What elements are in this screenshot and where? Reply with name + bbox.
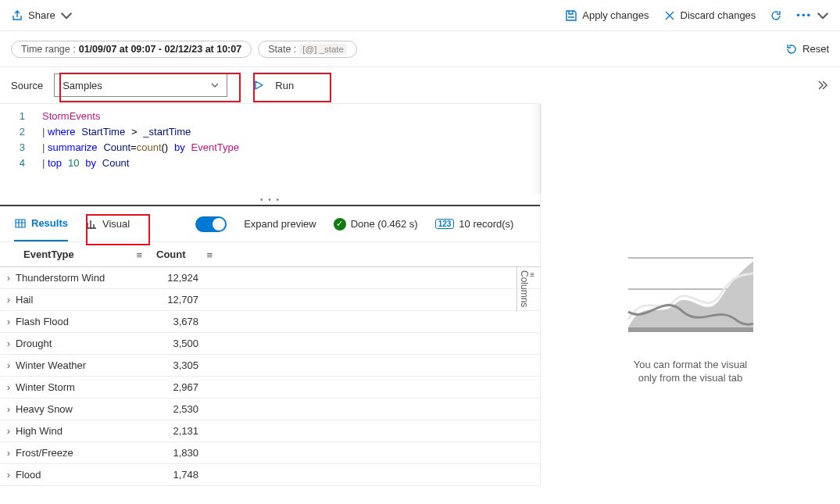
row-expander[interactable]: › [0,267,16,289]
row-expander[interactable]: › [0,399,16,420]
reset-label: Reset [802,43,829,55]
source-label: Source [11,80,43,91]
more-menu-button[interactable]: ••• [796,9,829,22]
cell-count: 2,530 [148,399,219,420]
cell-event: Thunderstorm Wind [16,267,148,289]
time-range-label: Time range : [21,44,76,55]
status-text: Done (0.462 s) [351,218,418,230]
row-expander[interactable]: › [0,289,16,311]
columns-label: Columns [519,270,530,307]
table-row[interactable]: ›Flash Flood3,678 [0,311,540,333]
time-range-filter[interactable]: Time range : 01/09/07 at 09:07 - 02/12/2… [11,41,252,58]
table-row[interactable]: ›Hail12,707 [0,289,540,311]
share-button[interactable]: Share [11,9,73,22]
row-expander[interactable]: › [0,377,16,399]
collapse-panel-icon[interactable] [815,78,829,92]
table-icon [14,217,27,230]
col-header-count[interactable]: Count ≡ [148,242,219,267]
table-row[interactable]: ›Frost/Freeze1,830 [0,442,540,464]
columns-side-panel-toggle[interactable]: ≡ Columns [517,266,537,312]
share-icon [11,9,23,22]
source-selected: Samples [63,80,102,91]
cell-event: Frost/Freeze [16,442,148,464]
table-row[interactable]: ›Flood1,748 [0,464,540,486]
row-expander[interactable]: › [0,464,16,486]
row-expander[interactable]: › [0,442,16,464]
grip-dots-icon: • • • [260,195,281,204]
run-button[interactable]: Run [238,73,309,97]
table-row[interactable]: ›Thunderstorm Wind12,924 [0,267,540,289]
time-range-value: 01/09/07 at 09:07 - 02/12/23 at 10:07 [79,44,241,55]
tab-visual[interactable]: Visual [85,206,130,241]
save-icon [565,9,577,22]
table-row[interactable]: ›Winter Storm2,967 [0,377,540,399]
line-number: 4 [0,155,25,171]
cell-event: High Wind [16,420,148,442]
col-menu-icon[interactable]: ≡ [206,249,213,261]
query-editor[interactable]: 1 2 3 4 StormEvents | where StartTime > … [0,103,541,194]
grip-icon: ≡ [530,270,535,279]
placeholder-text-line2: only from the visual tab [638,372,743,384]
cell-count: 1,830 [148,442,219,464]
record-count: 123 10 record(s) [435,218,514,230]
cell-count: 3,305 [148,355,219,377]
results-table-wrap: EventType ≡ Count ≡ ›Thunderstorm Wind12… [0,242,540,486]
line-number: 3 [0,140,25,155]
cell-count: 3,500 [148,333,219,355]
left-column: 1 2 3 4 StormEvents | where StartTime > … [0,103,541,486]
records-label: 10 record(s) [459,218,513,230]
refresh-button[interactable] [770,9,782,22]
table-row[interactable]: ›Drought3,500 [0,333,540,355]
table-header-row: EventType ≡ Count ≡ [0,242,540,267]
table-row[interactable]: ›Heavy Snow2,530 [0,399,540,420]
tab-results[interactable]: Results [14,206,68,241]
success-icon [334,218,346,231]
tab-visual-label: Visual [102,218,130,230]
row-expander[interactable]: › [0,311,16,333]
editor-code[interactable]: StormEvents | where StartTime > _startTi… [31,104,541,194]
chart-placeholder-icon [620,249,761,343]
col-menu-icon[interactable]: ≡ [136,249,142,261]
run-label: Run [275,80,294,91]
discard-changes-button[interactable]: Discard changes [663,9,756,22]
state-label: State : [268,44,296,55]
chevron-down-icon [817,9,829,22]
cell-count: 3,678 [148,311,219,333]
table-row[interactable]: ›Winter Weather3,305 [0,355,540,377]
editor-gutter: 1 2 3 4 [0,104,31,194]
source-dropdown[interactable]: Samples [54,73,227,97]
col-header-event[interactable]: EventType ≡ [16,242,148,267]
query-status: Done (0.462 s) [334,218,418,231]
reset-icon [785,43,798,55]
results-tabs-row: Results Visual Expand preview Done (0.46… [0,205,540,242]
svg-rect-2 [628,327,753,332]
cell-event: Flood [16,464,148,486]
ellipsis-icon: ••• [796,9,812,21]
row-expander[interactable]: › [0,333,16,355]
close-icon [663,9,676,22]
chevron-down-icon [60,9,73,22]
expand-preview-toggle[interactable] [195,216,227,232]
row-expander[interactable]: › [0,355,16,377]
tab-results-label: Results [31,217,68,229]
apply-changes-button[interactable]: Apply changes [565,9,649,22]
cell-count: 12,924 [148,267,219,289]
source-row: Source Samples Run [0,67,840,103]
share-label: Share [28,9,55,21]
col-header-expander [0,242,16,267]
main-layout: 1 2 3 4 StormEvents | where StartTime > … [0,103,840,486]
line-number: 2 [0,124,25,140]
expand-preview-label: Expand preview [244,218,316,230]
row-expander[interactable]: › [0,420,16,442]
state-filter[interactable]: State : [@] _state [258,41,357,58]
cell-count: 2,967 [148,377,219,399]
chart-icon [85,218,98,231]
reset-button[interactable]: Reset [785,43,829,55]
state-value: [@] _state [299,44,347,55]
format-visual-panel: You can format the visual only from the … [541,103,840,486]
table-row[interactable]: ›High Wind2,131 [0,420,540,442]
refresh-icon [770,9,782,22]
editor-resize-handle[interactable]: • • • [0,194,541,205]
apply-changes-label: Apply changes [582,9,649,21]
cell-count: 2,131 [148,420,219,442]
